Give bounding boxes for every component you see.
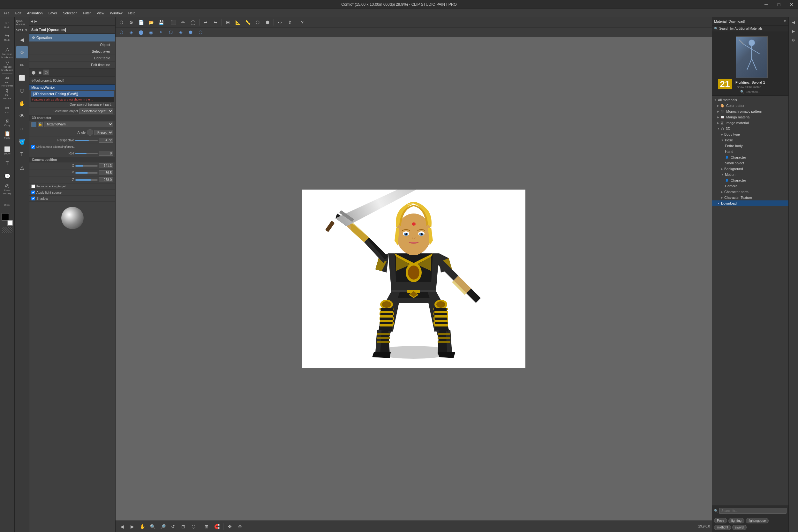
link-camera-checkbox[interactable]	[31, 145, 35, 149]
menu-help[interactable]: Help	[126, 10, 138, 16]
tb-save[interactable]: 💾	[156, 18, 165, 26]
panel-settings-btn[interactable]: ⚙	[784, 19, 786, 23]
mat-entire-body[interactable]: Entire body	[712, 143, 788, 149]
char-visibility-btn[interactable]	[31, 122, 36, 127]
reset-display-button[interactable]: ◎ Reset Display	[1, 183, 14, 195]
focus-checkbox[interactable]	[31, 185, 35, 188]
shadow-checkbox[interactable]	[31, 196, 35, 201]
cb-zoom-out[interactable]: 🔎	[158, 522, 167, 531]
tb-open[interactable]: 📂	[147, 18, 155, 26]
transform-btn[interactable]: ↔	[16, 123, 28, 135]
cb-reset-view[interactable]: ⊡	[179, 522, 188, 531]
cam-y-value[interactable]: 56.5	[99, 170, 113, 175]
cb-extra[interactable]: ✥	[225, 522, 234, 531]
cb-btn2[interactable]: ▶	[128, 522, 137, 531]
pose-btn9[interactable]: ⬡	[196, 28, 205, 36]
panel-nav-btn[interactable]: ◀	[31, 19, 33, 23]
cb-extra2[interactable]: ⊕	[235, 522, 245, 531]
flip-horizontal-button[interactable]: ⇔ Flip Horizontal	[1, 75, 14, 88]
menu-layer[interactable]: Layer	[46, 10, 60, 16]
search-input[interactable]	[719, 508, 786, 514]
char-select-dropdown[interactable]: MixamoWarri...	[44, 121, 113, 127]
eraser-tool-btn[interactable]: ⬜	[16, 72, 28, 84]
pose-btn8[interactable]: ⬢	[186, 28, 195, 36]
pose-btn3[interactable]: ⬤	[137, 28, 146, 36]
menu-file[interactable]: File	[1, 10, 12, 16]
tag-midfight[interactable]: midfight	[714, 525, 731, 530]
apply-light-checkbox[interactable]	[31, 191, 35, 194]
background-color[interactable]	[7, 220, 13, 226]
cut-button[interactable]: ✂ Cut	[1, 104, 14, 116]
cam-x-value[interactable]: -141.3	[99, 164, 113, 168]
mat-pose[interactable]: ▼ Pose	[712, 137, 788, 143]
mat-3d[interactable]: ▼ ⬡ 3D	[712, 126, 788, 132]
minimize-button[interactable]: ─	[760, 0, 773, 9]
select-tool-btn[interactable]: ⬡	[16, 84, 28, 97]
pose-btn4[interactable]: ◉	[147, 28, 155, 36]
mat-character-parts[interactable]: ▶ Character parts	[712, 189, 788, 195]
mat-all-materials[interactable]: ▼ All materials	[712, 97, 788, 103]
text-btn[interactable]: T	[16, 148, 28, 160]
menu-window[interactable]: Window	[108, 10, 125, 16]
op-select-layer[interactable]: Select layer	[30, 48, 115, 55]
angle-wheel[interactable]	[87, 129, 93, 136]
mat-character[interactable]: 👤 Character	[712, 154, 788, 160]
op-edit-timeline[interactable]: Edit timeline	[30, 62, 115, 68]
flip-vertical-button[interactable]: ⇕ Flip Vertical	[1, 88, 14, 100]
show-all-link[interactable]: Show all the materi...	[737, 86, 763, 89]
text-tool[interactable]: T	[1, 158, 14, 170]
operation-tool-btn[interactable]: ⚙	[16, 46, 28, 58]
canvas-wrapper[interactable]	[116, 37, 712, 520]
mat-small-object[interactable]: Small object	[712, 160, 788, 166]
fr-expand-btn[interactable]: ▶	[790, 27, 797, 35]
set-dropdown[interactable]: ▼	[24, 28, 28, 32]
pose-btn7[interactable]: ◈	[176, 28, 185, 36]
mat-color-pattern[interactable]: ▶ 🎨 Color pattern	[712, 103, 788, 109]
tb-ruler2[interactable]: 📏	[243, 18, 252, 26]
mat-motion[interactable]: ▼ Motion	[712, 172, 788, 177]
tb-btn1[interactable]: ⬡	[117, 18, 126, 26]
search-additional-label[interactable]: Search for Additional Materials	[719, 27, 763, 30]
mat-char-texture[interactable]: ▶ Character Texture	[712, 195, 788, 201]
perspective-value[interactable]: 4.72	[99, 138, 113, 142]
roll-value[interactable]: 0	[99, 151, 113, 156]
char-lock-btn[interactable]: 🔒	[38, 122, 43, 127]
tb-ruler[interactable]: 📐	[233, 18, 242, 26]
navigate-back-btn[interactable]: ◀	[16, 34, 28, 46]
tb-btn2[interactable]: ⚙	[127, 18, 136, 26]
prop-tb-btn3[interactable]: ⬡	[43, 70, 49, 75]
decrease-brush-button[interactable]: ▽ Reduce brush size	[1, 60, 14, 72]
mat-manga[interactable]: ▶ 📖 Manga material	[712, 114, 788, 120]
tag-fightingpose[interactable]: fightingpose	[746, 518, 768, 524]
tb-draw[interactable]: ✏	[179, 18, 188, 26]
cb-grid-toggle[interactable]: ⊞	[202, 522, 211, 531]
mat-download[interactable]: ▼ Download	[712, 201, 788, 206]
pose-btn1[interactable]: ⬡	[117, 28, 126, 36]
foreground-color[interactable]	[2, 213, 9, 221]
cam-z-slider[interactable]	[75, 179, 98, 180]
tb-new[interactable]: 📄	[137, 18, 146, 26]
paste-button[interactable]: 📋 Paste	[1, 129, 14, 141]
close-button[interactable]: ✕	[785, 0, 798, 9]
undo-button[interactable]: ↩ Undo	[1, 19, 14, 31]
mat-image[interactable]: ▶ 🖼 Image material	[712, 120, 788, 126]
cam-y-slider[interactable]	[75, 172, 98, 174]
mat-hand[interactable]: Hand	[712, 149, 788, 154]
redo-button[interactable]: ↪ Redo	[1, 31, 14, 43]
menu-animation[interactable]: Animation	[24, 10, 45, 16]
prop-tb-btn2[interactable]: ▣	[37, 70, 43, 75]
mat-background[interactable]: ▶ Background	[712, 166, 788, 172]
speech-bubble-tool[interactable]: 💬	[1, 170, 14, 183]
pose-btn5[interactable]: ⚬	[156, 28, 165, 36]
material-thumbnail[interactable]	[736, 36, 768, 78]
cam-z-value[interactable]: 278.0	[99, 177, 113, 182]
mat-motion-camera[interactable]: Camera	[712, 183, 788, 189]
tb-grid[interactable]: ⊞	[224, 18, 232, 26]
perspective-slider[interactable]	[75, 140, 98, 141]
maximize-button[interactable]: □	[773, 0, 785, 9]
pattern-fill[interactable]	[2, 227, 13, 233]
tb-undo[interactable]: ↩	[201, 18, 210, 26]
op-light-table[interactable]: Light table	[30, 55, 115, 62]
panel-nav-btn2[interactable]: ▶	[35, 19, 37, 23]
eye-tool-btn[interactable]: 👁	[16, 110, 28, 122]
